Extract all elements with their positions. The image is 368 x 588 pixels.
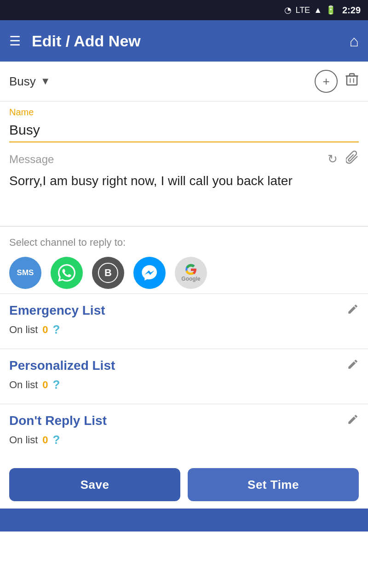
dont-reply-on-list-label: On list: [9, 434, 38, 446]
personalized-on-list-label: On list: [9, 379, 38, 391]
signal-strength: LTE: [295, 6, 310, 15]
emergency-list-help-button[interactable]: ?: [53, 322, 60, 337]
dont-reply-list-section: Don't Reply List On list 0 ?: [0, 404, 368, 459]
attach-icon[interactable]: [346, 151, 359, 168]
personalized-list-edit-button[interactable]: [347, 358, 359, 373]
wifi-icon: ◔: [284, 5, 292, 15]
main-content: Busy ▼ + Name Message ↻ Sorry: [0, 62, 368, 531]
personalized-list-title-row: Personalized List: [9, 358, 359, 373]
whatsapp-channel-button[interactable]: [51, 257, 83, 289]
svg-rect-0: [347, 76, 357, 85]
sms-channel-button[interactable]: SMS: [9, 257, 41, 289]
clock: 2:29: [342, 5, 361, 16]
svg-rect-2: [350, 74, 354, 76]
trash-icon: [345, 73, 359, 87]
channel-label: Select channel to reply to:: [9, 237, 359, 249]
whatsapp-icon: [58, 264, 75, 282]
header: ☰ Edit / Add New ⌂: [0, 20, 368, 62]
message-header: Message ↻: [0, 142, 368, 171]
google-label: Google: [181, 263, 200, 282]
paperclip-icon: [346, 151, 359, 164]
home-icon[interactable]: ⌂: [349, 32, 359, 50]
pencil-icon: [347, 413, 359, 425]
set-time-button[interactable]: Set Time: [188, 468, 359, 501]
messenger-channel-button[interactable]: [133, 257, 166, 289]
plus-icon: +: [322, 74, 329, 89]
personalized-list-help-button[interactable]: ?: [53, 378, 60, 392]
emergency-list-sub: On list 0 ?: [9, 322, 359, 344]
personalized-list-count: 0: [42, 379, 48, 391]
personalized-list-sub: On list 0 ?: [9, 378, 359, 399]
personalized-list-section: Personalized List On list 0 ?: [0, 349, 368, 404]
google-channel-button[interactable]: Google: [175, 257, 207, 289]
emergency-on-list-label: On list: [9, 324, 38, 336]
dont-reply-list-help-button[interactable]: ?: [53, 433, 60, 447]
name-input[interactable]: [9, 120, 359, 142]
messenger-icon: [140, 264, 159, 282]
dont-reply-list-title: Don't Reply List: [9, 413, 347, 428]
google-logo: [184, 263, 198, 276]
chevron-down-icon: ▼: [40, 75, 51, 87]
message-label: Message: [9, 153, 328, 166]
emergency-list-edit-button[interactable]: [347, 303, 359, 318]
refresh-icon[interactable]: ↻: [328, 152, 338, 166]
emergency-list-section: Emergency List On list 0 ?: [0, 294, 368, 349]
menu-icon[interactable]: ☰: [9, 34, 21, 49]
bbm-channel-button[interactable]: B: [92, 257, 124, 289]
channel-icons-row: SMS B: [9, 257, 359, 289]
personalized-list-title: Personalized List: [9, 358, 347, 373]
bbm-label: B: [98, 263, 118, 283]
signal-icon: ▲: [314, 6, 322, 15]
dont-reply-list-edit-button[interactable]: [347, 413, 359, 428]
message-body: Sorry,I am busy right now, I will call y…: [0, 171, 368, 226]
battery-icon: 🔋: [326, 5, 336, 15]
save-button[interactable]: Save: [9, 468, 180, 501]
dropdown-value: Busy: [9, 74, 36, 89]
delete-template-button[interactable]: [345, 73, 359, 90]
page-title: Edit / Add New: [32, 32, 349, 50]
template-selector-row: Busy ▼ +: [0, 62, 368, 102]
sms-label: SMS: [17, 269, 34, 277]
pencil-icon: [347, 303, 359, 315]
dont-reply-list-title-row: Don't Reply List: [9, 413, 359, 428]
emergency-list-title-row: Emergency List: [9, 303, 359, 318]
template-dropdown[interactable]: Busy ▼: [9, 74, 307, 89]
dont-reply-list-count: 0: [42, 434, 48, 446]
dont-reply-list-sub: On list 0 ?: [9, 433, 359, 454]
add-template-button[interactable]: +: [315, 70, 338, 93]
status-bar: ◔ LTE ▲ 🔋 2:29: [0, 0, 368, 20]
name-section: Name: [0, 102, 368, 142]
channel-section: Select channel to reply to: SMS B: [0, 226, 368, 294]
pencil-icon: [347, 358, 359, 370]
name-label: Name: [9, 107, 359, 118]
action-buttons-row: Save Set Time: [0, 461, 368, 509]
emergency-list-title: Emergency List: [9, 303, 347, 318]
bottom-bar: [0, 509, 368, 531]
emergency-list-count: 0: [42, 324, 48, 336]
